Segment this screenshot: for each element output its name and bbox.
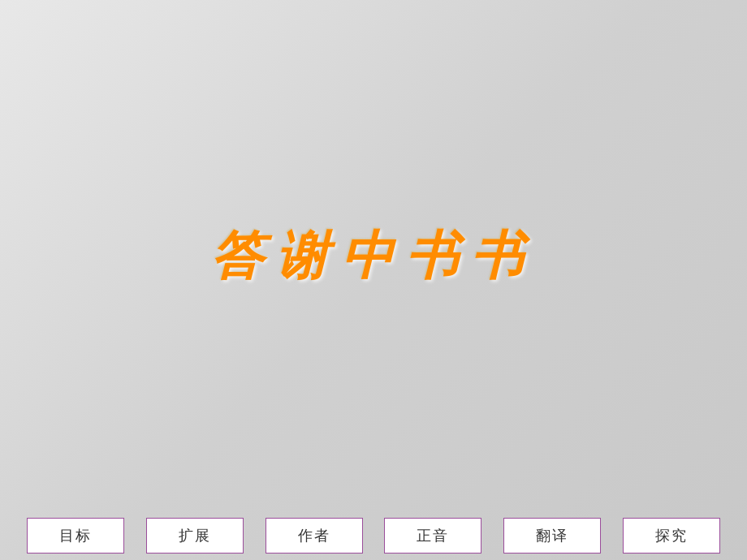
- title-area: 答谢中书书: [0, 0, 747, 511]
- bottom-navigation: 目标扩展作者正音翻译探究: [0, 511, 747, 560]
- nav-button-kuozhan[interactable]: 扩展: [146, 518, 244, 554]
- nav-button-tanjiu[interactable]: 探究: [623, 518, 720, 554]
- page-title: 答谢中书书: [211, 221, 536, 291]
- nav-button-zuozhe[interactable]: 作者: [266, 518, 363, 554]
- nav-button-zhengyin[interactable]: 正音: [384, 518, 481, 554]
- nav-button-mubiao[interactable]: 目标: [27, 518, 124, 554]
- nav-button-fanyi[interactable]: 翻译: [503, 518, 601, 554]
- main-container: 答谢中书书 目标扩展作者正音翻译探究: [0, 0, 747, 560]
